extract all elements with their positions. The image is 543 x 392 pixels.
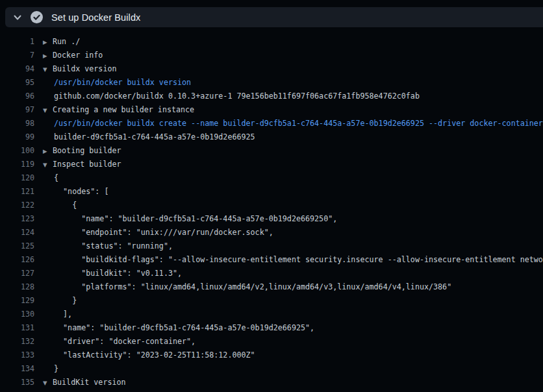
log-line: 121 "nodes": [ (0, 185, 543, 199)
log-line: 129 } (0, 294, 543, 308)
line-text: "name": "builder-d9cfb5a1-c764-445a-a57e… (54, 214, 337, 223)
line-text: } (54, 364, 58, 373)
log-line: 95 /usr/bin/docker buildx version (0, 76, 543, 90)
line-text[interactable]: BuildKit version (53, 378, 126, 387)
log-line: 135 ▼BuildKit version (0, 376, 543, 389)
line-number[interactable]: 130 (0, 308, 34, 321)
line-number[interactable]: 131 (0, 321, 34, 335)
line-text: /usr/bin/docker buildx create --name bui… (54, 119, 543, 128)
log-line: 136 builder-d9cfb5a1-c764-445a-a57e-0b19… (0, 389, 543, 392)
log-line: 7 ▶Docker info (0, 49, 543, 62)
line-number[interactable]: 125 (0, 239, 34, 253)
log-line: 133 "lastActivity": "2023-02-25T11:58:12… (0, 349, 543, 362)
line-number[interactable]: 100 (0, 144, 34, 158)
line-number[interactable]: 95 (0, 76, 34, 90)
line-text: { (54, 173, 58, 182)
log-line: 124 "endpoint": "unix:///var/run/docker.… (0, 226, 543, 239)
line-text[interactable]: Buildx version (53, 64, 117, 73)
line-number[interactable]: 122 (0, 199, 34, 212)
log-line: 126 "buildkitd-flags": "--allow-insecure… (0, 253, 543, 267)
line-text: github.com/docker/buildx 0.10.3+azure-1 … (54, 92, 420, 101)
line-number[interactable]: 119 (0, 158, 34, 171)
line-text: ], (54, 310, 72, 319)
line-number[interactable]: 1 (0, 35, 34, 49)
line-text: "driver": "docker-container", (54, 337, 196, 346)
line-text[interactable]: Inspect builder (53, 160, 121, 169)
triangle-down-icon[interactable]: ▼ (43, 376, 53, 390)
triangle-down-icon[interactable]: ▼ (43, 158, 53, 172)
line-number[interactable]: 128 (0, 280, 34, 294)
line-text[interactable]: Docker info (53, 51, 103, 60)
log-line: 97 ▼Creating a new builder instance (0, 103, 543, 117)
step-header[interactable]: Set up Docker Buildx (5, 7, 543, 27)
triangle-right-icon[interactable]: ▶ (43, 49, 53, 63)
line-number[interactable]: 97 (0, 103, 34, 117)
line-number[interactable]: 123 (0, 212, 34, 226)
log-line: 123 "name": "builder-d9cfb5a1-c764-445a-… (0, 212, 543, 226)
log-line: 132 "driver": "docker-container", (0, 335, 543, 349)
line-number[interactable]: 94 (0, 62, 34, 76)
log-line: 130 ], (0, 308, 543, 321)
log-lines: 1 ▶Run ./ 7 ▶Docker info 94 ▼Buildx vers… (0, 35, 543, 392)
log-line: 125 "status": "running", (0, 239, 543, 253)
line-text: "buildkitd-flags": "--allow-insecure-ent… (54, 255, 543, 264)
line-text: /usr/bin/docker buildx version (54, 78, 191, 87)
line-text: { (54, 201, 77, 210)
log-line: 134 } (0, 362, 543, 376)
line-text[interactable]: Run ./ (53, 37, 80, 46)
line-text: builder-d9cfb5a1-c764-445a-a57e-0b19d2e6… (54, 132, 255, 141)
line-text: "lastActivity": "2023-02-25T11:58:12.000… (54, 350, 255, 360)
line-number[interactable]: 120 (0, 171, 34, 185)
log-line: 1 ▶Run ./ (0, 35, 543, 49)
triangle-right-icon[interactable]: ▶ (43, 36, 53, 49)
status-success-check-icon (31, 11, 43, 23)
step-title: Set up Docker Buildx (51, 12, 140, 23)
log-line: 100 ▶Booting builder (0, 144, 543, 158)
line-number[interactable]: 136 (0, 389, 34, 392)
log-line: 119 ▼Inspect builder (0, 158, 543, 171)
line-text: "nodes": [ (54, 187, 108, 196)
log-line: 122 { (0, 199, 543, 212)
line-text[interactable]: Creating a new builder instance (53, 105, 194, 114)
line-number[interactable]: 121 (0, 185, 34, 199)
log-line: 120 { (0, 171, 543, 185)
line-number[interactable]: 127 (0, 267, 34, 280)
chevron-down-icon[interactable] (13, 13, 22, 22)
line-number[interactable]: 96 (0, 90, 34, 103)
log-line: 98 /usr/bin/docker buildx create --name … (0, 117, 543, 130)
line-number[interactable]: 134 (0, 362, 34, 376)
line-number[interactable]: 135 (0, 376, 34, 389)
triangle-down-icon[interactable]: ▼ (43, 104, 53, 117)
actions-log-viewer: Set up Docker Buildx 1 ▶Run ./ 7 ▶Docker… (0, 0, 543, 392)
triangle-right-icon[interactable]: ▶ (43, 145, 53, 158)
log-line: 94 ▼Buildx version (0, 62, 543, 76)
log-line: 96 github.com/docker/buildx 0.10.3+azure… (0, 90, 543, 103)
log-line: 99 builder-d9cfb5a1-c764-445a-a57e-0b19d… (0, 130, 543, 144)
line-text: "name": "builder-d9cfb5a1-c764-445a-a57e… (54, 323, 314, 332)
line-number[interactable]: 98 (0, 117, 34, 130)
line-text[interactable]: Booting builder (53, 146, 121, 155)
line-text: } (54, 296, 77, 305)
line-number[interactable]: 129 (0, 294, 34, 308)
triangle-down-icon[interactable]: ▼ (43, 63, 53, 77)
log-line: 128 "platforms": "linux/amd64,linux/amd6… (0, 280, 543, 294)
line-text: "buildkit": "v0.11.3", (54, 269, 182, 278)
line-number[interactable]: 132 (0, 335, 34, 349)
line-text: "endpoint": "unix:///var/run/docker.sock… (54, 228, 273, 237)
line-text: "status": "running", (54, 241, 173, 251)
line-number[interactable]: 133 (0, 349, 34, 362)
line-number[interactable]: 99 (0, 130, 34, 144)
log-line: 127 "buildkit": "v0.11.3", (0, 267, 543, 280)
line-number[interactable]: 124 (0, 226, 34, 239)
line-number[interactable]: 7 (0, 49, 34, 62)
log-line: 131 "name": "builder-d9cfb5a1-c764-445a-… (0, 321, 543, 335)
line-text: "platforms": "linux/amd64,linux/amd64/v2… (54, 282, 451, 291)
line-number[interactable]: 126 (0, 253, 34, 267)
